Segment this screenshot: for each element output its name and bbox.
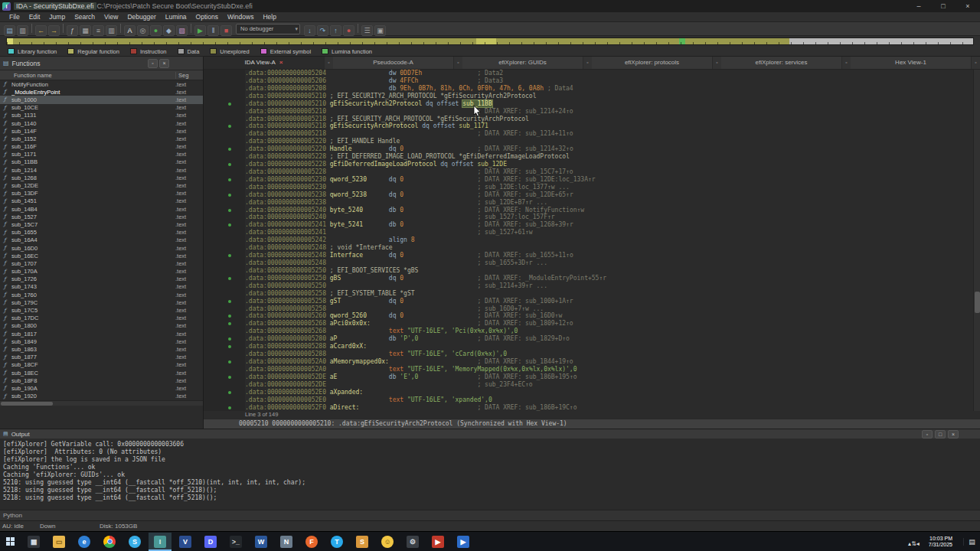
listing-line[interactable]: .data:0000000000005240 byte_5240 db 0 ; … (204, 207, 980, 214)
function-list-item[interactable]: ƒsub_114F.text (0, 127, 203, 135)
panel-close-icon[interactable]: × (159, 59, 169, 68)
listing-line[interactable]: .data:0000000000005206 dw 4FFCh ; Data3 (204, 77, 980, 85)
listing-line[interactable]: .data:00000000000052DE aE db 'E',0 ; DAT… (204, 373, 980, 381)
function-list-item[interactable]: ƒsub_116F.text (0, 143, 203, 151)
network-icon[interactable]: ⇅ (911, 540, 916, 547)
function-list-item[interactable]: ƒsub_16EC.text (0, 252, 203, 259)
listing-line[interactable]: .data:0000000000005250 ; EFI_BOOT_SERVIC… (204, 267, 980, 275)
menu-item-help[interactable]: Help (258, 13, 280, 21)
column-header-segment[interactable]: Seg (175, 72, 203, 79)
chrome-browser-app[interactable] (103, 536, 116, 548)
listing-line[interactable]: .data:0000000000005208 db 9Eh, 0B7h, 81h… (204, 85, 980, 93)
output-close-icon[interactable]: × (948, 430, 959, 439)
snapshot-icon[interactable]: ◆ (163, 25, 175, 36)
firefox-app[interactable]: F (305, 536, 318, 548)
listing-line[interactable]: .data:0000000000005280 aP db 'P',0 ; DAT… (204, 335, 980, 343)
listing-line[interactable]: .data:0000000000005210 ; DATA XREF: sub_… (204, 108, 980, 116)
function-list-item[interactable]: ƒsub_170A.text (0, 268, 203, 276)
function-list-item[interactable]: ƒsub_1131.text (0, 112, 203, 119)
listing-line[interactable]: .data:00000000000052A0 text "UTF-16LE", … (204, 366, 980, 373)
function-list-item[interactable]: ƒsub_1800.text (0, 322, 203, 330)
function-list-item[interactable]: ƒsub_179C.text (0, 298, 203, 306)
listing-line[interactable]: .data:0000000000005288 text "UTF-16LE", … (204, 350, 980, 358)
tab-efixplorer-services[interactable]: efiXplorer: services (721, 57, 842, 69)
pause-process-icon[interactable]: ‖ (207, 25, 219, 36)
listing-line[interactable]: .data:0000000000005238 qword_5238 dq 0 ;… (204, 191, 980, 199)
menu-item-options[interactable]: Options (191, 13, 223, 21)
nav-forward-icon[interactable]: → (48, 25, 60, 36)
stop-process-icon[interactable]: ■ (220, 25, 232, 36)
terminal-app[interactable]: >_ (230, 536, 242, 548)
listing-line[interactable]: .data:0000000000005220 Handle dq 0 ; DAT… (204, 145, 980, 153)
settings-app[interactable]: ⚙ (407, 536, 419, 548)
colors-icon[interactable]: ▧ (176, 25, 188, 36)
functions-column-headers[interactable]: Function name Seg (0, 70, 203, 80)
tab-window-icon[interactable]: ▫ (325, 57, 333, 69)
functions-hscrollbar-thumb[interactable] (1, 402, 53, 406)
function-list-item[interactable]: ƒsub_15C7.text (0, 220, 203, 228)
function-list-item[interactable]: ƒsub_1140.text (0, 119, 203, 127)
menu-item-file[interactable]: File (5, 13, 24, 21)
run-until-return-icon[interactable]: ↑ (330, 25, 341, 36)
function-list-item[interactable]: ƒsub_14B4.text (0, 205, 203, 213)
tab-window-icon[interactable]: ▫ (842, 57, 851, 69)
function-list-item[interactable]: ƒsub_1877.text (0, 354, 203, 361)
function-list-item[interactable]: ƒsub_17C5.text (0, 306, 203, 314)
function-list-item[interactable]: ƒsub_1527.text (0, 213, 203, 220)
function-list-item[interactable]: ƒsub_13DF.text (0, 190, 203, 197)
column-header-function-name[interactable]: Function name (14, 72, 175, 79)
function-list-item[interactable]: ƒsub_1849.text (0, 337, 203, 345)
listing-line[interactable]: .data:0000000000005288 aCcard0xX: (204, 343, 980, 350)
function-list-item[interactable]: ƒsub_16D0.text (0, 244, 203, 252)
step-over-icon[interactable]: ↷ (317, 25, 328, 36)
listing-line[interactable]: .data:0000000000005218 ; EFI_SECURITY_AR… (204, 116, 980, 123)
nav-back-icon[interactable]: ← (35, 25, 47, 36)
emoji-app[interactable]: ☺ (381, 536, 394, 548)
save-icon[interactable]: ▤ (4, 25, 15, 36)
listing-line[interactable]: .data:0000000000005230 ; sub_12DE:loc_13… (204, 184, 980, 191)
listing-line[interactable]: .data:0000000000005250 gBS dq 0 ; DATA X… (204, 275, 980, 282)
listing-line[interactable]: .data:0000000000005238 ; sub_12DE+B7↑r .… (204, 199, 980, 207)
tab-close-icon[interactable]: × (279, 59, 283, 66)
listing-line[interactable]: .data:0000000000005228 ; DATA XREF: sub_… (204, 168, 980, 176)
function-list-item[interactable]: ƒsub_1000.text (0, 96, 203, 103)
listing-line[interactable]: .data:0000000000005228 gEfiDeferredImage… (204, 161, 980, 168)
menu-item-jump[interactable]: Jump (44, 13, 70, 21)
function-list-item[interactable]: ƒsub_1171.text (0, 151, 203, 158)
notes-app[interactable]: N (280, 536, 292, 548)
listing-line[interactable]: .data:00000000000052F0 aDirect: ; DATA X… (204, 404, 980, 411)
scripts-icon[interactable]: ☰ (361, 25, 373, 36)
listing-line[interactable]: .data:0000000000005268 aPci0x0x0x: ; DAT… (204, 320, 980, 328)
tab-window-icon[interactable]: ▫ (713, 57, 721, 69)
listing-vscrollbar-thumb[interactable] (975, 292, 980, 313)
record-icon[interactable]: ● (150, 25, 162, 36)
listing-line[interactable]: .data:0000000000005248 ; sub_1655+3D↑r .… (204, 259, 980, 267)
output-maximize-icon[interactable]: □ (935, 430, 946, 439)
start-process-icon[interactable]: ▶ (194, 25, 206, 36)
ida-pro-app[interactable]: I (154, 536, 166, 548)
listing-line[interactable]: .data:0000000000005241 byte_5241 db 0 ; … (204, 221, 980, 229)
close-button[interactable]: × (956, 0, 980, 12)
function-list-item[interactable]: ƒsub_1152.text (0, 135, 203, 142)
menu-item-debugger[interactable]: Debugger (122, 13, 160, 21)
breakpoint-icon[interactable]: ● (343, 25, 354, 36)
listing-vscrollbar[interactable] (973, 70, 980, 411)
binary-search-icon[interactable]: ◎ (137, 25, 149, 36)
listing-line[interactable]: .data:0000000000005228 ; EFI_DEFERRED_IM… (204, 153, 980, 161)
listing-line[interactable]: .data:00000000000052E0 aXpanded: (204, 389, 980, 396)
function-list-item[interactable]: ƒsub_18CF.text (0, 361, 203, 369)
function-list-item[interactable]: ƒsub_1920.text (0, 393, 203, 400)
listing-line[interactable]: .data:0000000000005260 qword_5260 dq 0 ;… (204, 312, 980, 320)
tab-hex-view-1[interactable]: Hex View-1 (851, 57, 972, 69)
tab-window-icon[interactable]: ▫ (972, 57, 980, 69)
telegram-app[interactable]: T (331, 536, 343, 548)
minimize-button[interactable]: – (906, 0, 931, 12)
listing-line[interactable]: .data:0000000000005210 gEfiSecurityArch2… (204, 100, 980, 108)
listing-line[interactable]: .data:0000000000005268 text "UTF-16LE", … (204, 328, 980, 335)
menu-item-windows[interactable]: Windows (223, 13, 258, 21)
menu-item-edit[interactable]: Edit (24, 13, 45, 21)
listing-line[interactable]: .data:0000000000005204 dw 0DD7Eh ; Data2 (204, 70, 980, 77)
menu-item-view[interactable]: View (100, 13, 122, 21)
listing-line[interactable]: .data:0000000000005218 gEfiSecurityArchP… (204, 122, 980, 130)
segments-icon[interactable]: ▥ (106, 25, 117, 36)
